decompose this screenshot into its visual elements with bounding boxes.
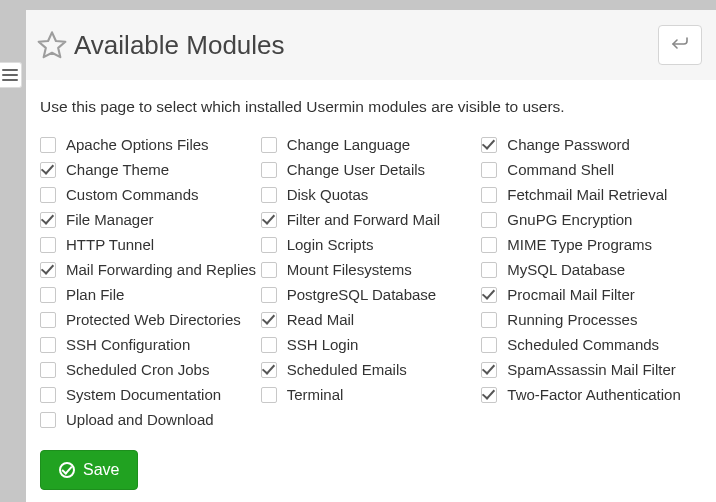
module-row[interactable]: SpamAssassin Mail Filter bbox=[481, 357, 702, 382]
module-label: Disk Quotas bbox=[287, 186, 369, 203]
module-label: Change Language bbox=[287, 136, 410, 153]
module-row[interactable]: Running Processes bbox=[481, 307, 702, 332]
module-label: Protected Web Directories bbox=[66, 311, 241, 328]
favorite-button[interactable] bbox=[36, 29, 68, 61]
module-row[interactable]: Read Mail bbox=[261, 307, 482, 332]
module-checkbox[interactable] bbox=[261, 387, 277, 403]
module-row[interactable]: Upload and Download bbox=[40, 407, 261, 432]
module-checkbox[interactable] bbox=[481, 137, 497, 153]
module-checkbox[interactable] bbox=[40, 387, 56, 403]
module-checkbox[interactable] bbox=[40, 237, 56, 253]
module-checkbox[interactable] bbox=[261, 312, 277, 328]
module-checkbox[interactable] bbox=[261, 212, 277, 228]
module-row[interactable]: Apache Options Files bbox=[40, 132, 261, 157]
module-label: SSH Configuration bbox=[66, 336, 190, 353]
module-row[interactable]: Mail Forwarding and Replies bbox=[40, 257, 261, 282]
module-checkbox[interactable] bbox=[481, 362, 497, 378]
save-button[interactable]: Save bbox=[40, 450, 138, 490]
module-row[interactable]: Two-Factor Authentication bbox=[481, 382, 702, 407]
module-label: Terminal bbox=[287, 386, 344, 403]
module-label: Mount Filesystems bbox=[287, 261, 412, 278]
module-row[interactable]: SSH Login bbox=[261, 332, 482, 357]
module-row[interactable]: MySQL Database bbox=[481, 257, 702, 282]
module-label: Read Mail bbox=[287, 311, 355, 328]
module-checkbox[interactable] bbox=[40, 162, 56, 178]
module-row[interactable]: Mount Filesystems bbox=[261, 257, 482, 282]
module-column-1: Apache Options FilesChange ThemeCustom C… bbox=[40, 132, 261, 432]
module-checkbox[interactable] bbox=[261, 287, 277, 303]
module-checkbox[interactable] bbox=[40, 412, 56, 428]
module-checkbox[interactable] bbox=[481, 287, 497, 303]
module-row[interactable]: GnuPG Encryption bbox=[481, 207, 702, 232]
module-checkbox[interactable] bbox=[481, 187, 497, 203]
module-row[interactable]: File Manager bbox=[40, 207, 261, 232]
module-checkbox[interactable] bbox=[40, 137, 56, 153]
module-row[interactable]: Change Language bbox=[261, 132, 482, 157]
module-row[interactable]: Filter and Forward Mail bbox=[261, 207, 482, 232]
module-checkbox[interactable] bbox=[481, 237, 497, 253]
module-label: Upload and Download bbox=[66, 411, 214, 428]
module-checkbox[interactable] bbox=[40, 187, 56, 203]
module-label: MIME Type Programs bbox=[507, 236, 652, 253]
module-row[interactable]: Change Theme bbox=[40, 157, 261, 182]
module-row[interactable]: MIME Type Programs bbox=[481, 232, 702, 257]
module-label: System Documentation bbox=[66, 386, 221, 403]
module-label: Login Scripts bbox=[287, 236, 374, 253]
module-checkbox[interactable] bbox=[40, 262, 56, 278]
module-label: Filter and Forward Mail bbox=[287, 211, 440, 228]
back-button[interactable] bbox=[658, 25, 702, 65]
module-row[interactable]: Fetchmail Mail Retrieval bbox=[481, 182, 702, 207]
module-row[interactable]: Command Shell bbox=[481, 157, 702, 182]
module-checkbox[interactable] bbox=[481, 312, 497, 328]
module-checkbox[interactable] bbox=[261, 262, 277, 278]
module-checkbox[interactable] bbox=[261, 137, 277, 153]
module-row[interactable]: Scheduled Cron Jobs bbox=[40, 357, 261, 382]
module-checkbox[interactable] bbox=[40, 337, 56, 353]
module-row[interactable]: Disk Quotas bbox=[261, 182, 482, 207]
module-row[interactable]: HTTP Tunnel bbox=[40, 232, 261, 257]
module-row[interactable]: Scheduled Emails bbox=[261, 357, 482, 382]
module-checkbox[interactable] bbox=[261, 162, 277, 178]
module-label: Command Shell bbox=[507, 161, 614, 178]
page-description: Use this page to select which installed … bbox=[40, 98, 702, 116]
module-row[interactable]: Change User Details bbox=[261, 157, 482, 182]
module-label: Running Processes bbox=[507, 311, 637, 328]
module-checkbox[interactable] bbox=[261, 362, 277, 378]
module-checkbox[interactable] bbox=[40, 312, 56, 328]
module-label: SpamAssassin Mail Filter bbox=[507, 361, 675, 378]
module-checkbox[interactable] bbox=[481, 212, 497, 228]
module-label: Two-Factor Authentication bbox=[507, 386, 680, 403]
module-checkbox[interactable] bbox=[481, 162, 497, 178]
module-checkbox[interactable] bbox=[481, 387, 497, 403]
module-row[interactable]: PostgreSQL Database bbox=[261, 282, 482, 307]
module-checkbox[interactable] bbox=[40, 287, 56, 303]
module-label: PostgreSQL Database bbox=[287, 286, 437, 303]
module-checkbox[interactable] bbox=[481, 337, 497, 353]
module-checkbox[interactable] bbox=[261, 337, 277, 353]
module-row[interactable]: Procmail Mail Filter bbox=[481, 282, 702, 307]
main-panel: Available Modules Use this page to selec… bbox=[26, 10, 716, 502]
module-checkbox[interactable] bbox=[481, 262, 497, 278]
module-row[interactable]: Change Password bbox=[481, 132, 702, 157]
module-row[interactable]: Protected Web Directories bbox=[40, 307, 261, 332]
module-checkbox[interactable] bbox=[261, 237, 277, 253]
module-column-3: Change PasswordCommand ShellFetchmail Ma… bbox=[481, 132, 702, 432]
module-row[interactable]: System Documentation bbox=[40, 382, 261, 407]
return-icon bbox=[670, 35, 690, 55]
module-row[interactable]: Terminal bbox=[261, 382, 482, 407]
module-row[interactable]: Login Scripts bbox=[261, 232, 482, 257]
page-title: Available Modules bbox=[74, 30, 658, 61]
module-checkbox[interactable] bbox=[40, 212, 56, 228]
module-label: Change Theme bbox=[66, 161, 169, 178]
module-row[interactable]: Scheduled Commands bbox=[481, 332, 702, 357]
menu-toggle-button[interactable] bbox=[0, 62, 22, 88]
module-grid: Apache Options FilesChange ThemeCustom C… bbox=[40, 132, 702, 432]
module-row[interactable]: SSH Configuration bbox=[40, 332, 261, 357]
module-checkbox[interactable] bbox=[40, 362, 56, 378]
module-row[interactable]: Custom Commands bbox=[40, 182, 261, 207]
module-column-2: Change LanguageChange User DetailsDisk Q… bbox=[261, 132, 482, 432]
module-label: SSH Login bbox=[287, 336, 359, 353]
panel-body: Use this page to select which installed … bbox=[26, 80, 716, 502]
module-checkbox[interactable] bbox=[261, 187, 277, 203]
module-row[interactable]: Plan File bbox=[40, 282, 261, 307]
